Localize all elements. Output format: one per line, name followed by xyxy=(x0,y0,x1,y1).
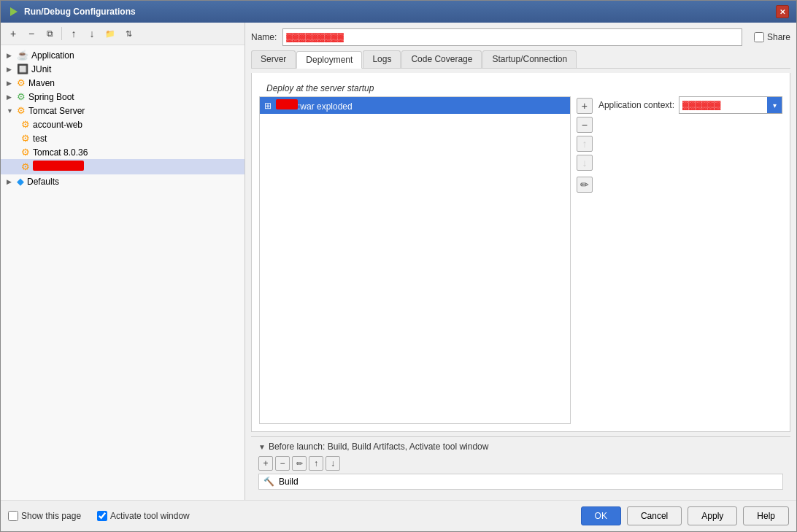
tree-label-tomcat-server: Tomcat Server xyxy=(28,106,85,116)
app-context-label: Application context: xyxy=(598,100,674,110)
app-context-input[interactable] xyxy=(679,97,767,113)
help-button[interactable]: Help xyxy=(743,506,789,525)
app-context-input-wrap: ▾ xyxy=(679,96,782,114)
app-context-dropdown-button[interactable]: ▾ xyxy=(767,97,782,113)
right-panel: Name: Share Server Deployment Logs Code … xyxy=(245,23,796,500)
tab-logs[interactable]: Logs xyxy=(363,50,401,68)
activate-tool-label: Activate tool window xyxy=(110,511,190,521)
add-config-button[interactable]: + xyxy=(5,26,21,42)
maven-icon: ⚙ xyxy=(17,77,26,88)
activate-tool-checkbox[interactable] xyxy=(97,511,107,521)
deploy-down-button[interactable]: ↓ xyxy=(577,155,593,171)
remove-config-button[interactable]: − xyxy=(23,26,39,42)
tree-arrow-maven: ▶ xyxy=(7,80,14,87)
tree-item-junit[interactable]: ▶ 🔲 JUnit xyxy=(1,62,245,76)
tree-item-tomcat-server[interactable]: ▼ ⚙ Tomcat Server xyxy=(1,104,245,117)
tomcat-icon: ⚙ xyxy=(17,105,26,116)
app-context-section: Application context: ▾ xyxy=(598,96,782,424)
defaults-icon: ◆ xyxy=(17,176,24,187)
tree-arrow-defaults: ▶ xyxy=(7,178,14,185)
before-launch-list: 🔨 Build xyxy=(258,474,783,490)
tree-arrow-tomcat-server: ▼ xyxy=(7,107,14,115)
bottom-row: Show this page Activate tool window OK C… xyxy=(1,500,796,531)
close-button[interactable]: ✕ xyxy=(776,5,789,18)
tab-code-coverage[interactable]: Code Coverage xyxy=(401,50,482,68)
show-page-checkbox[interactable] xyxy=(8,511,18,521)
tree-label-account-web: account-web xyxy=(33,120,82,130)
tree-arrow-junit: ▶ xyxy=(7,66,14,73)
tree-arrow-application: ▶ xyxy=(7,52,14,59)
sort-button[interactable]: ⇅ xyxy=(120,26,136,42)
deploy-up-button[interactable]: ↑ xyxy=(577,136,593,152)
deploy-add-button[interactable]: + xyxy=(577,98,593,114)
deploy-area: ⊞ :war exploded + − ↑ ↓ ✏ xyxy=(252,96,790,431)
copy-config-button[interactable]: ⧉ xyxy=(42,26,58,42)
apply-button[interactable]: Apply xyxy=(688,506,737,525)
share-row: Share xyxy=(754,32,790,42)
show-page-section: Show this page Activate tool window xyxy=(8,511,575,521)
deploy-section: Deploy at the server startup xyxy=(259,77,782,96)
config-tree: ▶ ☕ Application ▶ 🔲 JUnit ▶ ⚙ Maven xyxy=(1,45,245,500)
deploy-edit-button[interactable]: ✏ xyxy=(577,177,593,193)
tree-label-defaults: Defaults xyxy=(27,177,59,187)
tab-server[interactable]: Server xyxy=(251,50,296,68)
main-content: + − ⧉ ↑ ↓ 📁 ⇅ ▶ ☕ Application ▶ xyxy=(1,23,796,500)
left-panel: + − ⧉ ↑ ↓ 📁 ⇅ ▶ ☕ Application ▶ xyxy=(1,23,245,500)
title-bar: Run/Debug Configurations ✕ xyxy=(1,1,796,23)
before-launch-build-label: Build xyxy=(279,477,299,487)
tab-startup-connection[interactable]: Startup/Connection xyxy=(482,50,577,68)
before-launch-add-button[interactable]: + xyxy=(258,456,273,471)
account-web-icon: ⚙ xyxy=(21,119,30,130)
tree-label-test: test xyxy=(33,134,47,144)
share-label: Share xyxy=(767,32,790,42)
tabs: Server Deployment Logs Code Coverage Sta… xyxy=(251,50,790,69)
application-icon: ☕ xyxy=(17,50,28,61)
ok-button[interactable]: OK xyxy=(581,506,621,525)
tree-label-maven: Maven xyxy=(28,78,55,88)
before-launch-edit-button[interactable]: ✏ xyxy=(292,456,307,471)
title-text: Run/Debug Configurations xyxy=(24,7,136,17)
tree-item-spring-boot[interactable]: ▶ ⚙ Spring Boot xyxy=(1,90,245,104)
tree-item-maven[interactable]: ▶ ⚙ Maven xyxy=(1,76,245,90)
tree-item-test[interactable]: ⚙ test xyxy=(1,131,245,145)
tree-item-tomcat-8036[interactable]: ⚙ Tomcat 8.0.36 xyxy=(1,145,245,159)
before-launch-toolbar: + − ✏ ↑ ↓ xyxy=(258,456,783,471)
title-bar-left: Run/Debug Configurations xyxy=(8,6,136,18)
tree-label-junit: JUnit xyxy=(31,64,51,74)
deploy-list-container: ⊞ :war exploded xyxy=(259,96,571,424)
before-launch-collapse-button[interactable]: ▼ xyxy=(258,443,266,451)
tomcat-8036-icon: ⚙ xyxy=(21,147,30,158)
name-input[interactable] xyxy=(282,28,742,46)
war-icon: ⊞ xyxy=(264,101,272,111)
deploy-remove-button[interactable]: − xyxy=(577,117,593,133)
move-up-button[interactable]: ↑ xyxy=(66,26,82,42)
name-row: Name: Share xyxy=(251,28,790,46)
deploy-list-item-war[interactable]: ⊞ :war exploded xyxy=(260,97,570,114)
test-icon: ⚙ xyxy=(21,133,30,144)
toolbar-separator-1 xyxy=(61,27,62,40)
bottom-buttons: OK Cancel Apply Help xyxy=(581,506,789,525)
run-debug-configurations-dialog: Run/Debug Configurations ✕ + − ⧉ ↑ ↓ 📁 ⇅… xyxy=(0,0,797,532)
before-launch-remove-button[interactable]: − xyxy=(275,456,290,471)
move-down-button[interactable]: ↓ xyxy=(84,26,100,42)
tree-label-selected xyxy=(33,161,84,173)
tree-item-application[interactable]: ▶ ☕ Application xyxy=(1,48,245,62)
share-checkbox[interactable] xyxy=(754,32,764,42)
before-launch-up-button[interactable]: ↑ xyxy=(309,456,323,471)
cancel-button[interactable]: Cancel xyxy=(627,506,682,525)
left-toolbar: + − ⧉ ↑ ↓ 📁 ⇅ xyxy=(1,23,245,45)
show-page-checkbox-wrap: Show this page xyxy=(8,511,81,521)
app-context-row: Application context: ▾ xyxy=(598,96,782,114)
tree-item-defaults[interactable]: ▶ ◆ Defaults xyxy=(1,174,245,188)
tab-deployment[interactable]: Deployment xyxy=(296,51,362,69)
selected-icon: ⚙ xyxy=(21,161,30,172)
tree-label-spring-boot: Spring Boot xyxy=(28,92,74,102)
tree-item-selected[interactable]: ⚙ xyxy=(1,159,245,174)
war-label: :war exploded xyxy=(276,99,353,112)
folder-button[interactable]: 📁 xyxy=(102,26,118,42)
activate-tool-checkbox-wrap: Activate tool window xyxy=(97,511,190,521)
run-icon xyxy=(8,6,20,18)
name-label: Name: xyxy=(251,32,277,42)
before-launch-down-button[interactable]: ↓ xyxy=(326,456,340,471)
tree-item-account-web[interactable]: ⚙ account-web xyxy=(1,117,245,131)
